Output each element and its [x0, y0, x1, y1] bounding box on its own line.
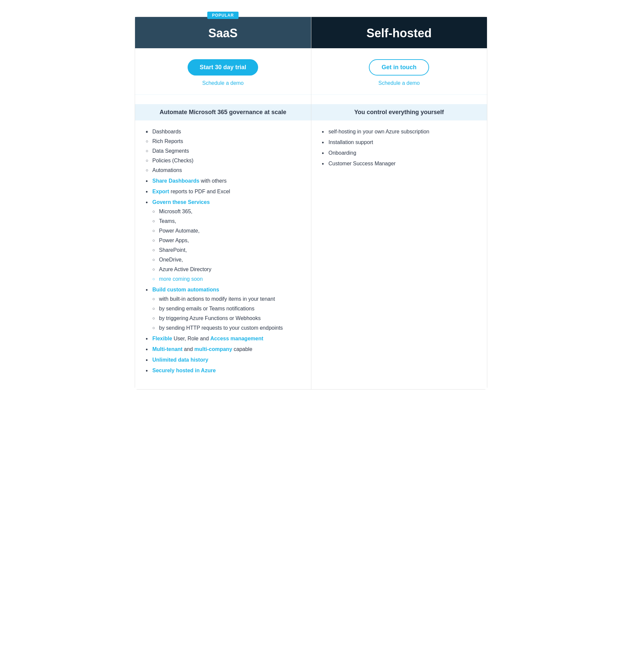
list-item: Customer Success Manager	[322, 160, 477, 168]
list-item: Multi-tenant and multi-company capable	[146, 345, 300, 353]
list-item: self-hosting in your own Azure subscript…	[322, 128, 477, 136]
list-item: by sending emails or Teams notifications	[152, 305, 300, 313]
list-item: Onboarding	[322, 149, 477, 157]
list-item: with built-in actions to modify items in…	[152, 295, 300, 303]
list-item: Data Segments	[146, 147, 300, 155]
access-management-link[interactable]: Access management	[210, 336, 263, 341]
flexible-link[interactable]: Flexible	[152, 336, 172, 341]
list-item: Azure Active Directory	[152, 266, 300, 273]
selfhosted-features-section: You control everything yourself self-hos…	[311, 95, 487, 389]
unlimited-data-link[interactable]: Unlimited data history	[152, 357, 208, 363]
saas-schedule-demo-link[interactable]: Schedule a demo	[202, 80, 244, 86]
govern-services-link[interactable]: Govern these Services	[152, 199, 210, 205]
selfhosted-contact-button[interactable]: Get in touch	[369, 59, 429, 75]
list-item: Installation support	[322, 138, 477, 146]
list-item: Govern these Services Microsoft 365, Tea…	[146, 198, 300, 283]
list-item: Power Apps,	[152, 237, 300, 244]
saas-trial-button[interactable]: Start 30 day trial	[187, 59, 258, 75]
govern-services-sub-list: Microsoft 365, Teams, Power Automate, Po…	[152, 208, 300, 283]
list-item: Power Automate,	[152, 227, 300, 235]
automations-sub-list: with built-in actions to modify items in…	[152, 295, 300, 332]
list-item: Flexible User, Role and Access managemen…	[146, 335, 300, 343]
list-item: Microsoft 365,	[152, 208, 300, 215]
list-item: Policies (Checks)	[146, 157, 300, 165]
list-item: Securely hosted in Azure	[146, 367, 300, 375]
multi-tenant-link[interactable]: Multi-tenant	[152, 346, 183, 352]
selfhosted-header: Self-hosted	[311, 17, 487, 48]
list-item: Share Dashboards with others	[146, 177, 300, 185]
saas-cta-section: Start 30 day trial Schedule a demo	[135, 48, 311, 95]
saas-features-title: Automate Microsoft 365 governance at sca…	[135, 104, 311, 121]
list-item: Export reports to PDF and Excel	[146, 188, 300, 196]
saas-features-section: Automate Microsoft 365 governance at sca…	[135, 95, 311, 389]
selfhosted-column: Self-hosted Get in touch Schedule a demo…	[311, 17, 487, 389]
saas-title: SaaS	[142, 26, 304, 40]
list-item: by sending HTTP requests to your custom …	[152, 324, 300, 332]
selfhosted-schedule-demo-link[interactable]: Schedule a demo	[378, 80, 420, 86]
sub-list: Dashboards Rich Reports Data Segments Po…	[146, 128, 300, 174]
multi-company-link[interactable]: multi-company	[194, 346, 232, 352]
build-automations-link[interactable]: Build custom automations	[152, 287, 219, 293]
export-link[interactable]: Export	[152, 189, 169, 194]
list-item: Teams,	[152, 217, 300, 225]
selfhosted-title: Self-hosted	[318, 26, 481, 40]
more-coming-soon-link[interactable]: more coming soon	[152, 275, 300, 283]
securely-hosted-link[interactable]: Securely hosted in Azure	[152, 368, 216, 373]
saas-header: POPULAR SaaS	[135, 17, 311, 48]
selfhosted-cta-section: Get in touch Schedule a demo	[311, 48, 487, 95]
saas-column: POPULAR SaaS Start 30 day trial Schedule…	[135, 17, 311, 389]
list-item: SharePoint,	[152, 246, 300, 254]
share-dashboards-link[interactable]: Share Dashboards	[152, 178, 199, 183]
list-item: Rich Reports	[146, 137, 300, 145]
popular-badge: POPULAR	[207, 12, 239, 19]
list-item: OneDrive,	[152, 256, 300, 264]
selfhosted-feature-list: self-hosting in your own Azure subscript…	[322, 128, 477, 168]
list-item: Automations	[146, 166, 300, 174]
list-item: Build custom automations with built-in a…	[146, 286, 300, 332]
list-item: Unlimited data history	[146, 356, 300, 364]
saas-feature-list: Dashboards Rich Reports Data Segments Po…	[146, 128, 300, 375]
selfhosted-features-title: You control everything yourself	[311, 104, 487, 121]
list-item: Dashboards	[146, 128, 300, 136]
pricing-table: POPULAR SaaS Start 30 day trial Schedule…	[135, 16, 487, 390]
list-item: Dashboards Rich Reports Data Segments Po…	[146, 128, 300, 174]
list-item: by triggering Azure Functions or Webhook…	[152, 314, 300, 322]
